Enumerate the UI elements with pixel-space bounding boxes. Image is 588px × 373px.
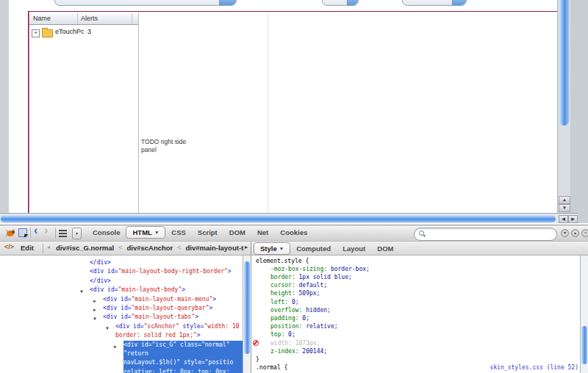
page-horizontal-scrollbar[interactable]: ◀ ▶	[0, 213, 578, 223]
html-panel-scrollbar-thumb[interactable]	[244, 261, 250, 354]
pane-splitter[interactable]	[138, 12, 139, 213]
html-tree-node[interactable]: </div>	[0, 277, 243, 286]
tab-cookies[interactable]: Cookies	[274, 226, 313, 239]
side-tab-style[interactable]: Style▼	[254, 242, 290, 255]
combo-dropdown-button-icon[interactable]	[347, 0, 358, 5]
side-tab-dom[interactable]: DOM	[371, 242, 399, 255]
tree-node-alerts-value: 3	[87, 28, 91, 35]
scroll-right-arrow-icon[interactable]: ▶	[568, 215, 578, 223]
tab-html[interactable]: HTML▼	[126, 226, 165, 239]
firebug-icon[interactable]	[4, 228, 15, 238]
tab-css[interactable]: CSS	[165, 226, 192, 239]
css-rule-text[interactable]: }	[253, 355, 580, 363]
edit-button[interactable]: Edit	[21, 244, 34, 252]
firebug-menu-icon[interactable]	[59, 230, 67, 239]
firebug-close-button[interactable]: ×	[581, 229, 588, 237]
html-tree-node[interactable]: ▼<div id="scAnchor" style="width: 10	[0, 322, 243, 331]
top-combo-field-3[interactable]	[402, 0, 467, 6]
search-input[interactable]	[429, 229, 553, 239]
breadcrumb-separator: <	[118, 244, 122, 252]
page-vertical-scrollbar[interactable]: ▲ ▼	[557, 0, 570, 213]
disabled-property-icon[interactable]	[253, 340, 259, 346]
firebug-minimize-button[interactable]: ▾	[561, 229, 569, 237]
scroll-down-arrow-icon[interactable]: ▼	[559, 204, 570, 212]
forward-arrow-icon[interactable]: ›	[44, 224, 48, 237]
css-property-position[interactable]: position: relative;	[253, 322, 580, 330]
tab-console[interactable]: Console	[87, 226, 126, 239]
firebug-detach-button[interactable]: ▴	[571, 229, 579, 237]
back-arrow-icon[interactable]: ‹	[34, 224, 37, 237]
toolbar-separator	[43, 244, 43, 253]
tab-net[interactable]: Net	[251, 226, 274, 239]
html-tree-node-selected[interactable]: relative; left: 0px; top: 0px;	[0, 368, 243, 373]
toolbar-separator	[30, 228, 31, 239]
combo-dropdown-button-icon[interactable]	[452, 0, 466, 5]
css-property-height[interactable]: height: 509px;	[253, 289, 580, 297]
html-tree-node-selected[interactable]: ▶<div id="isc_G" class="normal"	[0, 341, 243, 350]
html-tree-node[interactable]: </div>	[0, 258, 243, 267]
window-left-gutter	[0, 0, 9, 213]
css-property-width[interactable]: width: 1073px;	[253, 339, 580, 347]
tree-grid-header: Name Alerts	[29, 12, 139, 25]
tab-dom[interactable]: DOM	[223, 226, 251, 239]
css-property--moz-box-sizing[interactable]: -moz-box-sizing: border-box;	[253, 265, 580, 273]
html-panel-scrollbar[interactable]	[243, 256, 251, 373]
tree-node-label[interactable]: eTouchPc	[55, 28, 85, 35]
firebug-side-tabs: Style▼ComputedLayoutDOM	[254, 242, 399, 255]
chevron-down-icon: ▼	[154, 230, 159, 235]
column-divider[interactable]	[132, 13, 132, 24]
side-tab-computed[interactable]: Computed	[290, 242, 337, 255]
css-property-z-index[interactable]: z-index: 200144;	[253, 347, 580, 355]
search-icon	[419, 231, 424, 236]
breadcrumb-scroll-left-icon[interactable]: ◂	[47, 244, 50, 250]
column-header-alerts[interactable]: Alerts	[77, 12, 132, 24]
html-tree-node[interactable]: ▶<div id="main-layout-main-menu">	[0, 295, 243, 304]
css-property-overflow[interactable]: overflow: hidden;	[253, 306, 580, 314]
top-combo-field-2[interactable]	[322, 0, 359, 6]
stylesheet-link[interactable]: skin_styles.css (line 52)	[490, 363, 578, 372]
expand-plus-icon[interactable]: +	[32, 29, 40, 37]
options-dropdown-icon[interactable]: ▾	[72, 228, 82, 239]
html-tree-node[interactable]: ▶<div id="main-layout-querybar">	[0, 304, 243, 313]
combo-dropdown-button-icon[interactable]	[219, 0, 236, 5]
breadcrumb-item[interactable]: div#scAnchor	[126, 244, 173, 252]
page-vertical-scrollbar-thumb[interactable]	[559, 0, 569, 126]
css-rule-text[interactable]: element.style {	[253, 257, 580, 265]
chevron-down-icon: ▼	[279, 246, 284, 251]
css-property-left[interactable]: left: 0;	[253, 298, 580, 306]
toolbar-separator	[55, 228, 56, 239]
html-tree-node-selected[interactable]: navLayout.$lh()" style="positio	[0, 358, 243, 367]
window-right-gutter	[570, 0, 588, 223]
scroll-left-arrow-icon[interactable]: ◀	[559, 215, 568, 223]
css-property-padding[interactable]: padding: 0;	[253, 314, 580, 322]
breadcrumb-item[interactable]: div#main-layout-ta	[186, 244, 244, 252]
panel-splitter[interactable]	[251, 242, 251, 373]
scroll-up-arrow-icon[interactable]: ▲	[559, 196, 570, 204]
page-horizontal-scrollbar-thumb[interactable]	[1, 215, 556, 222]
angle-brackets-icon: </>	[4, 243, 14, 250]
side-tab-layout[interactable]: Layout	[337, 242, 371, 255]
firebug-window-buttons: ▾▴×	[561, 229, 588, 237]
folder-icon	[42, 29, 53, 37]
top-combo-field-1[interactable]	[54, 0, 237, 6]
html-tree-node[interactable]: <div id="main-layout-body-right-border">	[0, 267, 243, 276]
column-header-name[interactable]: Name	[29, 12, 77, 24]
css-rule-text[interactable]: .normal {skin_styles.css (line 52)	[253, 363, 580, 372]
column-divider[interactable]	[77, 13, 78, 24]
tab-script[interactable]: Script	[192, 226, 223, 239]
css-property-top[interactable]: top: 0;	[253, 330, 580, 338]
breadcrumb: div#isc_G.normal<div#scAnchor<div#main-l…	[56, 244, 244, 252]
inspect-element-icon[interactable]	[18, 228, 27, 237]
style-panel-scrollbar-thumb[interactable]	[581, 326, 587, 364]
breadcrumb-item[interactable]: div#isc_G.normal	[56, 244, 114, 252]
html-tree-node[interactable]: ▼<div id="main-layout-body">	[0, 286, 243, 294]
firebug-search[interactable]	[414, 228, 557, 241]
html-tree-node-selected[interactable]: "return	[0, 350, 243, 358]
breadcrumb-scroll-right-icon[interactable]: ▸	[245, 244, 248, 250]
css-property-border[interactable]: border: 1px solid blue;	[253, 273, 580, 281]
html-tree-node[interactable]: border: solid red 1px;">	[0, 331, 243, 340]
html-tree-node[interactable]: ▼<div id="main-layout-tabs">	[0, 313, 243, 322]
style-panel-scrollbar[interactable]	[580, 256, 588, 373]
screen: Name Alerts + eTouchPc 3 TODO right side…	[0, 0, 588, 373]
css-property-cursor[interactable]: cursor: default;	[253, 281, 580, 289]
